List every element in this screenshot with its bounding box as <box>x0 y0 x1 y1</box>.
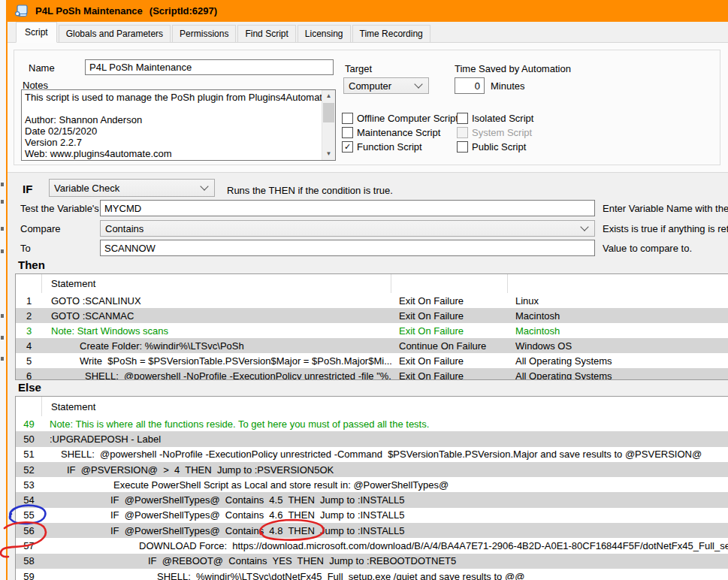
to-input[interactable] <box>100 240 595 256</box>
statement-cell: DOWNLOAD Force: https://download.microso… <box>42 540 728 551</box>
script-row[interactable]: 5 Write $PoSh = $PSVersionTable.PSVersio… <box>16 353 728 368</box>
test-variable-input[interactable] <box>100 200 595 216</box>
script-row[interactable]: 1 GOTO :SCANLINUX Exit On Failure Linux <box>16 293 728 308</box>
if-hint: Runs the THEN if the condition is true. <box>227 185 393 196</box>
script-row[interactable]: 51 SHELL: @powershell -NoProfile -Execut… <box>16 447 728 462</box>
script-row[interactable]: 53 Execute PowerShell Script as Local an… <box>16 477 728 492</box>
checkbox-maintenance-script[interactable]: Maintenance Script <box>342 125 458 140</box>
row-number: 1 <box>16 295 42 307</box>
script-row[interactable]: 6 SHELL: @powershell -NoProfile -Executi… <box>16 368 728 380</box>
script-row[interactable]: 54 IF @PowerShellTypes@ Contains 4.5 THE… <box>16 492 728 507</box>
checkbox-box[interactable] <box>457 141 468 153</box>
checkbox-column-left: Offline Computer Script Maintenance Scri… <box>342 111 458 154</box>
title-bar[interactable]: P4L PoSh Maintenance (ScriptId:6297) <box>6 0 728 22</box>
row-number: 4 <box>16 340 42 352</box>
statement-cell: Note: Start Windows scans <box>42 325 391 337</box>
row-number: 52 <box>16 464 42 476</box>
script-row[interactable]: 59 SHELL: %windir%\LTSvc\dotNetFx45_Full… <box>16 569 728 580</box>
script-row[interactable]: 55 IF @PowerShellTypes@ Contains 4.6 THE… <box>16 508 728 523</box>
scroll-up-arrow-icon[interactable]: ▲ <box>322 90 335 102</box>
statement-cell: SHELL: %windir%\LTSvc\dotNetFx45_Full_se… <box>42 571 728 580</box>
os-cell: Macintosh <box>508 325 728 337</box>
name-input[interactable] <box>85 59 334 75</box>
checkbox-label: Function Script <box>357 141 422 153</box>
row-number: 51 <box>16 449 42 460</box>
statement-cell: Note: This is where all the functions re… <box>42 418 728 430</box>
test-variable-label: Test the Variable's <box>20 203 99 214</box>
if-condition-type-select[interactable]: Variable Check <box>49 179 215 197</box>
script-row[interactable]: 4 Create Folder: %windir%\LTSvc\PoSh Con… <box>16 338 728 353</box>
tab-script[interactable]: Script <box>16 22 57 43</box>
checkbox-label: Isolated Script <box>472 113 533 124</box>
scroll-down-arrow-icon[interactable]: ▼ <box>322 148 335 160</box>
target-value: Computer <box>349 80 391 92</box>
compare-value: Contains <box>105 223 143 234</box>
checkbox-box[interactable] <box>342 127 353 138</box>
to-label: To <box>20 243 31 254</box>
tab-permissions[interactable]: Permissions <box>172 25 236 42</box>
checkbox-box[interactable] <box>457 113 468 124</box>
row-number: 2 <box>16 310 42 322</box>
row-number: 55 <box>16 509 42 521</box>
then-script-table[interactable]: Statement 1 GOTO :SCANLINUX Exit On Fail… <box>15 273 728 380</box>
statement-cell: IF @PSVERSION@ > 4 THEN Jump to :PSVERSI… <box>42 464 728 476</box>
notes-scrollbar[interactable]: ▲ ▼ <box>322 90 335 160</box>
time-saved-label: Time Saved by Automation <box>455 63 571 74</box>
chevron-down-icon <box>200 182 208 190</box>
target-select[interactable]: Computer <box>343 77 429 94</box>
if-keyword: IF <box>23 183 32 195</box>
os-cell: All Operating Systems <box>508 355 728 367</box>
script-row[interactable]: 56 IF @PowerShellTypes@ Contains 4.8 THE… <box>16 523 728 538</box>
failure-mode-cell: Exit On Failure <box>391 325 508 337</box>
row-number: 3 <box>16 325 42 337</box>
script-editor-window: P4L PoSh Maintenance (ScriptId:6297) Scr… <box>0 0 728 580</box>
row-number: 56 <box>16 525 42 536</box>
checkbox-public-script[interactable]: Public Script <box>457 140 533 154</box>
checkbox-box-checked[interactable]: ✓ <box>342 141 353 153</box>
script-scroll-icon <box>14 5 29 17</box>
compare-label: Compare <box>20 223 60 234</box>
else-section-label: Else <box>18 381 41 394</box>
notes-textarea[interactable]: This script is used to manage the PoSh p… <box>21 89 336 161</box>
script-row[interactable]: 2 GOTO :SCANMAC Exit On Failure Macintos… <box>16 308 728 323</box>
chevron-down-icon <box>580 222 588 231</box>
script-row[interactable]: 57 DOWNLOAD Force: https://download.micr… <box>16 538 728 553</box>
script-row-note[interactable]: 3 Note: Start Windows scans Exit On Fail… <box>16 323 728 338</box>
checkbox-isolated-script[interactable]: Isolated Script <box>457 111 533 125</box>
failure-mode-cell: Continue On Failure <box>391 340 508 352</box>
statement-header: Statement <box>42 397 728 416</box>
os-cell: Windows OS <box>508 340 728 352</box>
checkbox-offline-computer-script[interactable]: Offline Computer Script <box>342 111 458 125</box>
failure-header <box>391 274 508 293</box>
notes-text: This script is used to manage the PoSh p… <box>22 90 322 160</box>
background-window-edge <box>0 0 6 580</box>
checkbox-label: Offline Computer Script <box>357 113 458 124</box>
failure-mode-cell: Exit On Failure <box>391 370 508 381</box>
else-script-table[interactable]: Statement 49 Note: This is where all the… <box>15 396 728 580</box>
test-variable-help: Enter Variable Name with the @ s <box>603 203 728 214</box>
tab-time-recording[interactable]: Time Recording <box>352 25 430 42</box>
statement-cell: IF @REBOOT@ Contains YES THEN Jump to :R… <box>42 555 728 566</box>
tab-globals-and-parameters[interactable]: Globals and Parameters <box>59 25 171 42</box>
compare-help: Exists is true if anything is returne <box>603 223 728 234</box>
time-saved-input[interactable] <box>455 77 485 94</box>
scrollbar-thumb[interactable] <box>323 103 334 122</box>
row-number: 49 <box>16 418 42 430</box>
chevron-down-icon <box>414 80 422 88</box>
checkbox-function-script[interactable]: ✓ Function Script <box>342 140 458 154</box>
tab-licensing[interactable]: Licensing <box>298 25 351 42</box>
failure-mode-cell: Exit On Failure <box>391 355 508 367</box>
checkbox-system-script: System Script <box>457 125 533 140</box>
checkbox-column-right: Isolated Script System Script Public Scr… <box>457 111 533 154</box>
checkbox-box[interactable] <box>342 113 353 124</box>
minutes-label: Minutes <box>491 80 525 92</box>
script-row-note[interactable]: 49 Note: This is where all the functions… <box>16 416 728 431</box>
compare-select[interactable]: Contains <box>100 220 595 237</box>
statement-cell: IF @PowerShellTypes@ Contains 4.6 THEN J… <box>42 509 728 521</box>
row-number: 59 <box>16 571 42 580</box>
script-row[interactable]: 50 :UPGRADEPOSH - Label <box>16 431 728 446</box>
tab-find-script[interactable]: Find Script <box>237 25 295 42</box>
script-row[interactable]: 58 IF @REBOOT@ Contains YES THEN Jump to… <box>16 554 728 569</box>
if-condition-type-value: Variable Check <box>54 183 119 194</box>
script-row[interactable]: 52 IF @PSVERSION@ > 4 THEN Jump to :PSVE… <box>16 462 728 477</box>
